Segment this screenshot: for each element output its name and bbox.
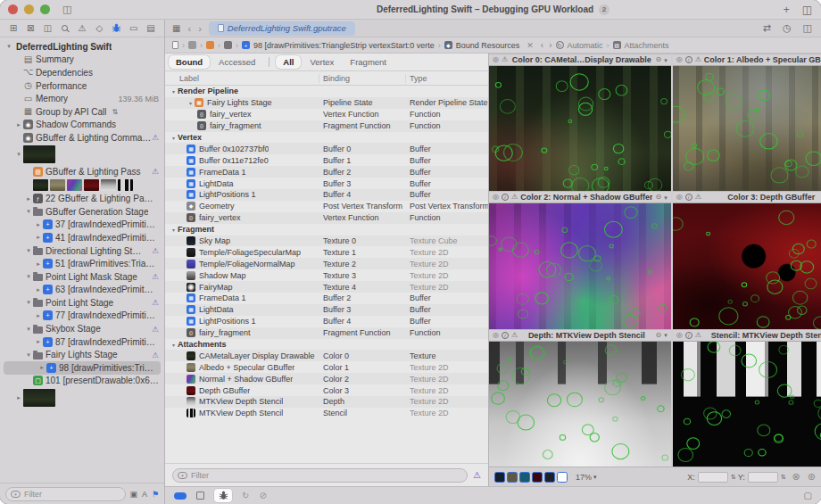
nav-final-thumbnail[interactable]: ▸ <box>0 387 164 408</box>
table-row[interactable]: Temple/FoliageSpecularMapTexture 1Textur… <box>165 246 488 258</box>
nav-group-by-api-call[interactable]: ▦Group by API Call⇅ <box>0 105 164 119</box>
table-section-row[interactable]: ▾Attachments <box>165 339 488 351</box>
render-thumbnail[interactable] <box>101 179 116 191</box>
tests-navigator-icon[interactable]: ◇ <box>94 23 104 34</box>
segment-bound[interactable]: Bound <box>169 55 210 69</box>
disclosure-open-icon[interactable]: ▾ <box>170 227 178 233</box>
disclosure-closed-icon[interactable]: ▸ <box>34 312 43 319</box>
tab-gputrace[interactable]: DeferredLighting Swift.gputrace <box>209 21 355 36</box>
nav-draw-37[interactable]: ▸+37 [drawIndexedPrimiti… <box>0 219 164 232</box>
view-frame-icon[interactable] <box>196 492 204 500</box>
nav-draw-41[interactable]: ▸+41 [drawIndexedPrimiti… <box>0 231 164 244</box>
display-icon[interactable]: ▢ <box>804 491 812 500</box>
chevron-down-icon[interactable]: ▾ <box>664 194 668 201</box>
zoom-window-button[interactable] <box>40 4 50 14</box>
tab-overview-icon[interactable]: ▦ <box>172 23 180 33</box>
nav-stage-gbuffer-generation[interactable]: ▾GBuffer Generation Stage <box>0 205 164 219</box>
table-row[interactable]: ▾▦Fairy Lights StagePipeline StateRender… <box>165 97 488 109</box>
split-editor-icon[interactable]: ◫ <box>802 4 812 16</box>
nav-draw-87[interactable]: ▸+87 [drawIndexedPrimiti… <box>0 335 164 349</box>
warning-icon[interactable]: ⚠ <box>152 246 159 255</box>
background-swatch-1[interactable] <box>507 472 518 483</box>
viewport-color3-image[interactable] <box>673 203 821 328</box>
breadcrumb-bound-resources[interactable]: Bound Resources <box>456 41 520 50</box>
table-row[interactable]: Shadow MapTexture 3Texture 2D <box>165 269 488 281</box>
table-row[interactable]: ▦Buffer 0x11e712fe0Buffer 1Buffer <box>165 154 488 166</box>
nav-pass-thumbnail[interactable]: ▾ <box>0 145 164 165</box>
table-row[interactable]: ▦FrameData 1Buffer 2Buffer <box>165 293 488 304</box>
search-navigator-icon[interactable] <box>60 23 70 34</box>
text-size-icon[interactable]: A <box>142 490 147 499</box>
nav-shadow-commands[interactable]: ▸◉Shadow Commands <box>0 119 164 132</box>
disclosure-open-icon[interactable]: ▾ <box>24 299 33 306</box>
coord-y-input[interactable] <box>748 472 778 483</box>
color-target-icon[interactable]: ◎ <box>676 194 683 201</box>
table-row[interactable]: ◆GeometryPost Vertex TransformPost Verte… <box>165 201 488 212</box>
table-row[interactable]: Temple/FoliageNormalMapTexture 2Texture … <box>165 258 488 269</box>
viewport-stencil-image[interactable] <box>673 342 821 467</box>
nav-draw-98[interactable]: ▸+98 [drawPrimitives:Tria… <box>4 361 161 375</box>
table-row[interactable]: {}fairy_fragmentFragment FunctionFunctio… <box>165 327 488 339</box>
bookmark-navigator-icon[interactable]: ◫ <box>43 23 54 34</box>
viewport-depth-image[interactable] <box>489 342 671 467</box>
disclosure-open-icon[interactable]: ▾ <box>170 88 178 95</box>
render-thumbnail[interactable] <box>33 179 48 191</box>
info-icon[interactable]: i <box>685 56 692 63</box>
disclosure-open-icon[interactable]: ▾ <box>24 247 33 254</box>
assistant-back-icon[interactable]: ‹ <box>541 40 543 50</box>
table-row[interactable]: MTKView Depth StencilDepthTexture 2D <box>165 396 488 408</box>
info-icon[interactable]: i <box>685 194 692 201</box>
table-section-row[interactable]: ▾Fragment <box>165 224 488 235</box>
inspector-toggle-icon[interactable]: ◫ <box>803 22 812 34</box>
nav-attachment-thumbnails[interactable] <box>0 178 164 192</box>
disclosure-open-icon[interactable]: ▾ <box>170 135 178 141</box>
disabled-action-icon[interactable]: ⊘ <box>259 491 266 500</box>
warning-icon[interactable]: ⚠ <box>152 272 159 281</box>
table-row[interactable]: MTKView Depth StencilStencilTexture 2D <box>165 408 488 419</box>
warning-icon[interactable]: ⚠ <box>152 167 159 176</box>
nav-draw-77[interactable]: ▸+77 [drawIndexedPrimiti… <box>0 310 164 323</box>
breadcrumb-automatic[interactable]: Automatic <box>568 41 603 50</box>
color-picker-icon[interactable]: ⊛ <box>808 471 816 483</box>
chevron-down-icon[interactable]: ▾ <box>664 332 668 338</box>
zoom-level-control[interactable]: 17%▾ <box>576 473 597 482</box>
table-filter-input[interactable]: ▾ Filter <box>172 468 468 483</box>
minimize-window-button[interactable] <box>24 4 34 14</box>
history-icon[interactable]: ◷ <box>783 22 792 34</box>
breadcrumb-group-icon[interactable] <box>224 41 232 49</box>
memory-navigator-icon[interactable]: ▭ <box>129 23 139 34</box>
table-row[interactable]: ▦LightPositions 1Buffer 4Buffer <box>165 189 488 201</box>
updown-stepper-icon[interactable]: ⇅ <box>112 108 118 116</box>
coord-x-stepper[interactable]: ⇅ <box>731 474 735 481</box>
background-swatch-4[interactable] <box>544 472 555 483</box>
render-thumbnail[interactable] <box>23 389 55 407</box>
attachment-warning-icon[interactable]: ⚠ <box>502 56 508 63</box>
segment-all[interactable]: All <box>276 55 301 69</box>
disclosure-open-icon[interactable]: ▾ <box>24 273 33 280</box>
issues-navigator-icon[interactable]: ⚠ <box>77 23 87 34</box>
table-row[interactable]: {}fairy_fragmentFragment FunctionFunctio… <box>165 120 488 132</box>
render-thumbnail[interactable] <box>84 179 99 191</box>
disclosure-closed-icon[interactable]: ▸ <box>14 394 23 401</box>
adjust-icon[interactable]: ⊝ <box>655 194 661 201</box>
background-swatch-2[interactable] <box>519 472 530 483</box>
render-thumbnail[interactable] <box>50 179 65 191</box>
warning-icon[interactable]: ⚠ <box>152 351 159 359</box>
background-swatch-5[interactable] <box>557 472 568 483</box>
table-row[interactable]: {}fairy_vertexVertex FunctionFunction <box>165 109 488 120</box>
nav-performance[interactable]: ◷Performance <box>0 79 164 93</box>
color-target-icon[interactable]: ◎ <box>676 56 683 63</box>
render-thumbnail[interactable] <box>23 145 55 163</box>
disclosure-open-icon[interactable]: ▾ <box>170 342 178 348</box>
breadcrumb-command-queue-icon[interactable] <box>188 41 196 49</box>
breadcrumb-document-icon[interactable] <box>172 41 178 49</box>
attachment-warning-icon[interactable]: ⚠ <box>511 332 518 339</box>
table-row[interactable]: ▦LightDataBuffer 3Buffer <box>165 304 488 316</box>
warning-icon[interactable]: ⚠ <box>152 325 159 334</box>
nav-summary[interactable]: ▤Summary <box>0 54 164 67</box>
background-swatch-3[interactable] <box>532 472 543 483</box>
chevron-down-icon[interactable]: ▾ <box>664 57 668 63</box>
coord-y-stepper[interactable]: ⇅ <box>781 474 785 481</box>
table-filter-options-icon[interactable]: ▾ <box>178 472 187 479</box>
disclosure-closed-icon[interactable]: ▸ <box>14 121 23 128</box>
